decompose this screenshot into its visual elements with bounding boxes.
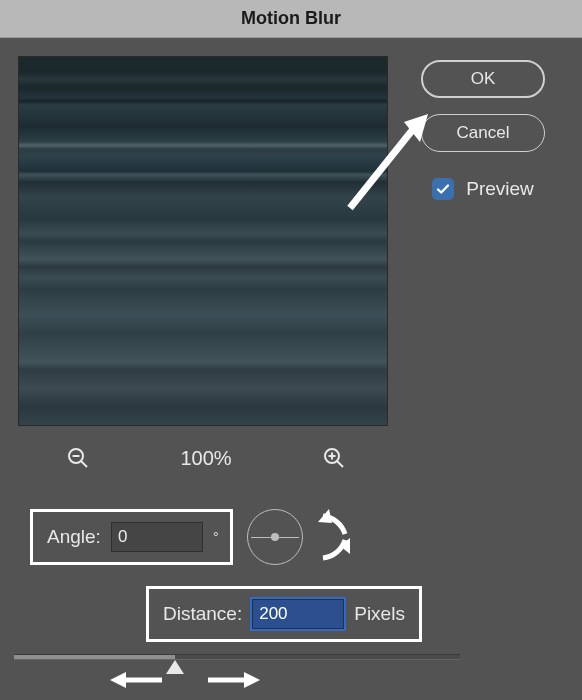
distance-slider[interactable] — [14, 654, 460, 660]
check-icon — [435, 181, 451, 197]
annotation-arrow-right-icon — [204, 668, 260, 692]
angle-label: Angle: — [47, 526, 101, 548]
distance-highlight-annotation: Distance: Pixels — [146, 586, 422, 642]
angle-highlight-annotation: Angle: ° — [30, 509, 233, 565]
angle-input[interactable] — [111, 522, 203, 552]
svg-marker-14 — [244, 672, 260, 688]
distance-slider-thumb[interactable] — [166, 660, 184, 674]
preview-label: Preview — [466, 178, 534, 200]
filter-preview-canvas[interactable] — [18, 56, 388, 426]
svg-marker-9 — [318, 509, 332, 523]
zoom-out-icon — [66, 446, 90, 470]
svg-line-3 — [81, 461, 87, 467]
zoom-out-button[interactable] — [66, 446, 90, 470]
cancel-button[interactable]: Cancel — [421, 114, 545, 152]
dialog-title: Motion Blur — [241, 8, 341, 29]
preview-checkbox[interactable] — [432, 178, 454, 200]
angle-dial[interactable] — [247, 509, 303, 565]
zoom-level-label: 100% — [180, 447, 231, 470]
angle-unit: ° — [213, 529, 219, 545]
distance-label: Distance: — [163, 603, 242, 625]
distance-input[interactable] — [252, 599, 344, 629]
ok-button[interactable]: OK — [421, 60, 545, 98]
dialog-titlebar: Motion Blur — [0, 0, 582, 38]
annotation-arrow-left-icon — [110, 668, 166, 692]
svg-line-6 — [337, 461, 343, 467]
svg-marker-12 — [110, 672, 126, 688]
zoom-in-button[interactable] — [322, 446, 346, 470]
zoom-in-icon — [322, 446, 346, 470]
angle-dial-center — [271, 533, 279, 541]
angle-rotate-arrows-icon — [317, 504, 353, 570]
distance-unit: Pixels — [354, 603, 405, 625]
distance-slider-fill — [14, 655, 175, 659]
